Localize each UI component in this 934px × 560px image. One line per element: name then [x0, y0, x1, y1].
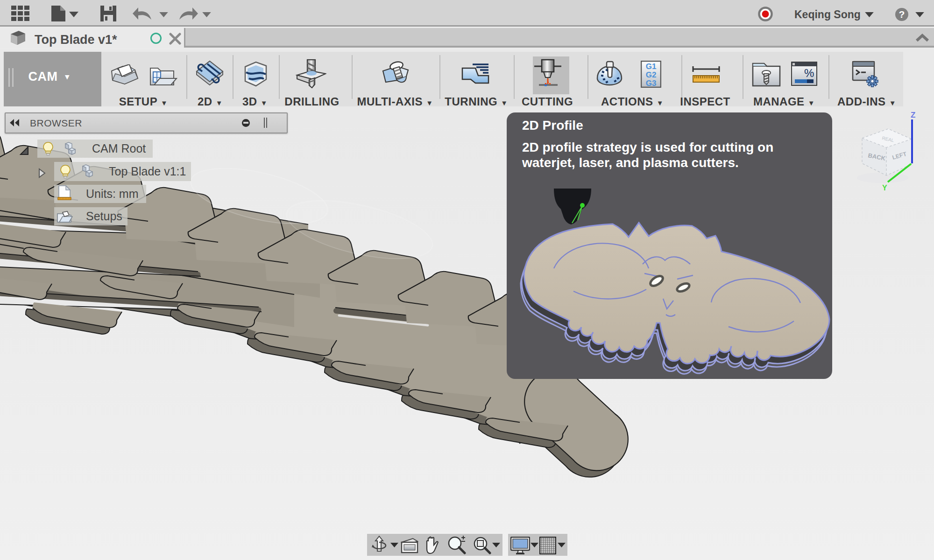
svg-text:G1: G1: [646, 62, 657, 71]
svg-text:Y: Y: [882, 184, 887, 192]
svg-text:?: ?: [899, 9, 905, 20]
svg-text:G2: G2: [646, 70, 657, 79]
svg-text:%: %: [804, 67, 814, 79]
svg-text:G3: G3: [646, 79, 657, 88]
svg-text:Z: Z: [911, 111, 915, 119]
